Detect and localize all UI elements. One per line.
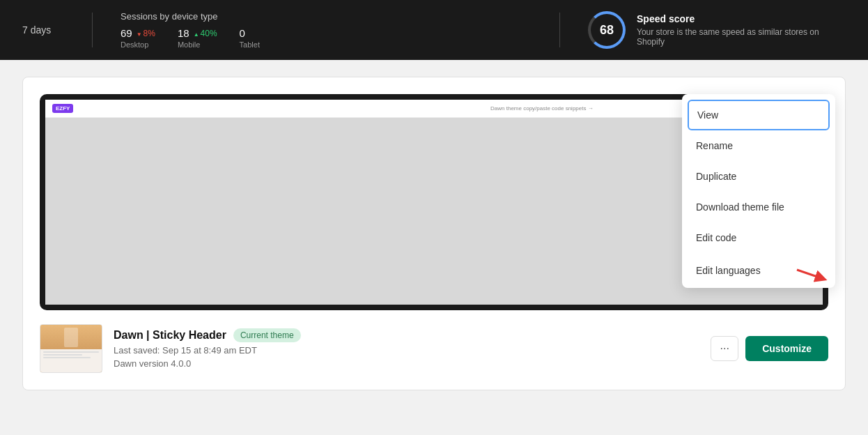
theme-name-row: Dawn | Sticky Header Current theme xyxy=(114,328,301,342)
tablet-label: Tablet xyxy=(240,40,260,49)
theme-info-row: Dawn | Sticky Header Current theme Last … xyxy=(40,324,828,373)
theme-preview-area: EZFY Dawn theme copy/paste code snippets… xyxy=(40,94,828,310)
theme-details: Dawn | Sticky Header Current theme Last … xyxy=(114,328,301,369)
thumbnail-figure xyxy=(64,328,78,347)
theme-version: Dawn version 4.0.0 xyxy=(114,358,301,369)
dropdown-menu: View Rename Duplicate Download theme fil… xyxy=(682,94,835,288)
thumbnail-bottom xyxy=(40,349,102,372)
thumb-line-2 xyxy=(43,354,82,356)
desktop-stat: 69 8% Desktop xyxy=(121,27,155,49)
desktop-label: Desktop xyxy=(121,40,155,49)
current-theme-badge: Current theme xyxy=(233,328,301,342)
mobile-stat: 18 40% Mobile xyxy=(178,27,217,49)
device-hint: Dawn theme copy/paste code snippets → xyxy=(490,105,594,112)
speed-section: 68 Speed score Your store is the same sp… xyxy=(588,11,846,49)
dropdown-item-editlang[interactable]: Edit languages xyxy=(682,253,835,288)
theme-actions: ··· Customize xyxy=(711,336,828,361)
thumb-line-1 xyxy=(43,351,99,353)
dropdown-item-rename[interactable]: Rename xyxy=(682,130,835,161)
dropdown-item-download[interactable]: Download theme file xyxy=(682,192,835,222)
divider-2 xyxy=(559,13,560,47)
dropdown-item-editcode[interactable]: Edit code xyxy=(682,222,835,253)
dropdown-item-duplicate[interactable]: Duplicate xyxy=(682,161,835,192)
speed-score-circle: 68 xyxy=(588,11,626,49)
speed-title: Speed score xyxy=(637,13,846,24)
theme-name: Dawn | Sticky Header xyxy=(114,329,226,342)
svg-line-0 xyxy=(797,270,821,278)
mobile-label: Mobile xyxy=(178,40,217,49)
mobile-change: 40% xyxy=(194,29,217,38)
divider-1 xyxy=(92,13,93,47)
devices-row: 69 8% Desktop 18 40% Mobile xyxy=(121,27,260,49)
theme-thumbnail xyxy=(40,324,102,373)
theme-last-saved: Last saved: Sep 15 at 8:49 am EDT xyxy=(114,345,301,356)
up-arrow-icon xyxy=(194,29,199,38)
thumb-line-3 xyxy=(43,357,91,358)
device-logo: EZFY xyxy=(52,104,73,113)
thumbnail-top xyxy=(40,325,102,349)
more-options-button[interactable]: ··· xyxy=(711,336,738,361)
tablet-count: 0 xyxy=(240,27,260,39)
speed-description: Your store is the same speed as similar … xyxy=(637,27,846,47)
red-arrow-icon xyxy=(793,263,828,284)
tablet-stat: 0 Tablet xyxy=(240,27,260,49)
period-label: 7 days xyxy=(22,24,64,36)
main-content: EZFY Dawn theme copy/paste code snippets… xyxy=(0,60,868,407)
theme-card: EZFY Dawn theme copy/paste code snippets… xyxy=(22,77,846,390)
mobile-count: 18 40% xyxy=(178,27,217,39)
theme-info-left: Dawn | Sticky Header Current theme Last … xyxy=(40,324,301,373)
dropdown-item-view[interactable]: View xyxy=(688,100,830,130)
stats-bar: 7 days Sessions by device type 69 8% Des… xyxy=(0,0,868,60)
sessions-title: Sessions by device type xyxy=(121,11,260,22)
speed-info: Speed score Your store is the same speed… xyxy=(637,13,846,47)
desktop-count: 69 8% xyxy=(121,27,155,39)
sessions-section: Sessions by device type 69 8% Desktop 18 xyxy=(121,11,260,49)
down-arrow-icon xyxy=(137,29,142,38)
customize-button[interactable]: Customize xyxy=(745,336,828,361)
desktop-change: 8% xyxy=(137,29,155,38)
